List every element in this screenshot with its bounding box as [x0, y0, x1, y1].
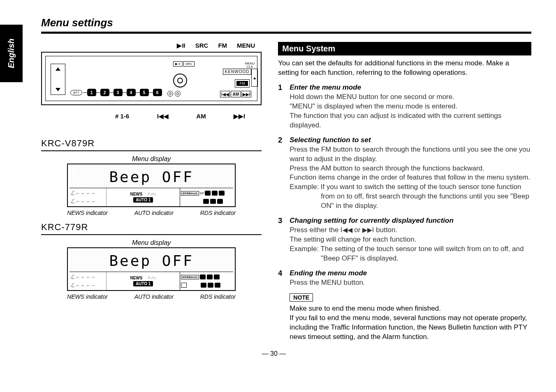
step-num-2: 2 — [278, 136, 285, 211]
seek-next-icon: ▶▶I — [241, 91, 251, 97]
step-body-1: Hold down the MENU button for one second… — [290, 92, 531, 130]
news-indicator-2: NEWS — [130, 276, 142, 280]
eq-icon: ℒ ⌐ ⌐ ⌐ ⌐ ℒ ⌐ ⌐ ⌐ ⌐ — [70, 188, 107, 206]
seek-am-icon: AM — [231, 91, 241, 97]
preset-5: 5 — [140, 89, 149, 96]
callout-src: SRC — [195, 42, 208, 49]
step-body-4: Press the MENU button. — [290, 278, 531, 288]
note-icon — [214, 274, 220, 279]
display-main-text-1: Beep OFF — [109, 168, 193, 185]
disc-icon — [201, 283, 206, 288]
step-example-3: Example: The setting of the touch sensor… — [290, 244, 531, 263]
src-button-icon: SRC — [183, 61, 195, 67]
page-number: — 30 — — [16, 350, 531, 357]
clock-icon — [212, 191, 218, 196]
step-example-2: Example: If you want to switch the setti… — [290, 182, 531, 211]
right-column: Menu System You can set the defaults for… — [278, 42, 531, 342]
rds-sublabel-1: RDS indicator — [200, 210, 236, 216]
rds-logo-2: ℛ·ⅅ·ς — [147, 276, 156, 280]
speaker-size-2: 6X9/6inch — [181, 275, 199, 279]
eq-icon: ℒ ⌐ ⌐ ⌐ ⌐ ℒ ⌐ ⌐ ⌐ ⌐ — [70, 272, 107, 290]
seek-prev-icon: I◀◀ — [220, 91, 230, 97]
sp-label: SP — [200, 191, 204, 195]
note-body: Make sure to end the menu mode when fini… — [290, 304, 531, 342]
left-column: ▶II SRC FM MENU ▶ II SRC MENUCLK KENW — [41, 42, 262, 342]
display-mock-1: Beep OFF ℒ ⌐ ⌐ ⌐ ⌐ ℒ ⌐ ⌐ ⌐ ⌐ NEWS ℛ·ⅅ·ς … — [67, 164, 236, 207]
fm-badge-icon: FM — [236, 81, 248, 86]
model-heading-1: KRC-V879R — [41, 138, 262, 151]
paint-icon — [210, 199, 216, 204]
step-num-1: 1 — [278, 83, 285, 130]
step-title-2: Selecting function to set — [290, 136, 531, 144]
display-mock-2: Beep OFF ℒ ⌐ ⌐ ⌐ ⌐ ℒ ⌐ ⌐ ⌐ ⌐ NEWS ℛ·ⅅ·ς … — [67, 247, 236, 291]
preset-4: 4 — [127, 89, 136, 96]
device-diagram: ▶II SRC FM MENU ▶ II SRC MENUCLK KENW — [41, 42, 262, 132]
note-label: NOTE — [290, 293, 313, 302]
auto-sublabel-1: AUTO indicator — [134, 210, 174, 216]
moon-icon — [217, 199, 223, 204]
step-num-3: 3 — [278, 217, 285, 263]
speaker-size-1: 6X9/6inch — [181, 191, 199, 196]
screw-icon — [175, 91, 181, 97]
screw-icon — [167, 91, 173, 97]
step-title-4: Ending the menu mode — [290, 269, 531, 277]
callout-am: AM — [196, 113, 206, 120]
display-main-text-2: Beep OFF — [109, 252, 193, 269]
att-button-icon: ATT — [70, 90, 82, 95]
news-indicator-1: NEWS — [130, 192, 142, 196]
callout-fm: FM — [218, 42, 227, 49]
seek-prev-symbol: I◀◀ — [341, 226, 352, 233]
auto-indicator-2: AUTO 1 — [133, 281, 153, 286]
mask-icon — [205, 191, 211, 196]
mask-icon — [200, 274, 206, 279]
step-num-4: 4 — [278, 269, 285, 288]
preset-6: 6 — [153, 89, 162, 96]
language-tab: English — [0, 25, 23, 82]
rds-logo-1: ℛ·ⅅ·ς — [147, 192, 156, 196]
play-button-icon: ▶ II — [173, 61, 183, 67]
preset-2: 2 — [100, 89, 109, 96]
callout-play: ▶II — [177, 42, 185, 49]
seek-next-symbol: ▶▶I — [362, 226, 374, 233]
note-icon — [219, 191, 225, 196]
section-header: Menu System — [278, 42, 531, 55]
moon-icon — [215, 283, 220, 288]
model-heading-2: KRC-779R — [41, 222, 262, 235]
eject-icon: ▲ — [251, 69, 258, 87]
step-body-3: Press either the I◀◀ or ▶▶I button. The … — [290, 226, 531, 244]
brand-label: KENWOOD — [223, 69, 252, 75]
step-body-2: Press the FM button to search through th… — [290, 145, 531, 183]
display-caption-2: Menu display — [41, 239, 262, 247]
intro-text: You can set the defaults for additional … — [278, 59, 531, 78]
callout-seek-next: ▶▶I — [234, 113, 245, 120]
callout-seek-prev: I◀◀ — [157, 113, 169, 120]
callout-presets: # 1-6 — [115, 113, 129, 120]
auto-indicator-1: AUTO 1 — [133, 197, 153, 203]
step-title-3: Changing setting for currently displayed… — [290, 217, 531, 225]
arrow-pad-icon — [51, 64, 65, 95]
step-title-1: Enter the menu mode — [290, 83, 531, 92]
menu-clk-icon: MENUCLK — [245, 62, 255, 69]
auto-sublabel-2: AUTO indicator — [134, 293, 174, 300]
news-sublabel-2: NEWS indicator — [67, 293, 108, 300]
volume-knob-icon — [173, 74, 187, 88]
display-caption-1: Menu display — [41, 155, 262, 163]
disc-icon — [203, 199, 209, 204]
rds-sublabel-2: RDS indicator — [200, 293, 236, 300]
page-title: Menu settings — [41, 16, 531, 34]
paint-icon — [208, 283, 213, 288]
news-sublabel-1: NEWS indicator — [67, 210, 108, 216]
preset-1: 1 — [87, 89, 96, 96]
preset-3: 3 — [114, 89, 123, 96]
box-icon — [181, 283, 187, 288]
clock-icon — [207, 274, 213, 279]
callout-menu: MENU — [237, 42, 255, 49]
